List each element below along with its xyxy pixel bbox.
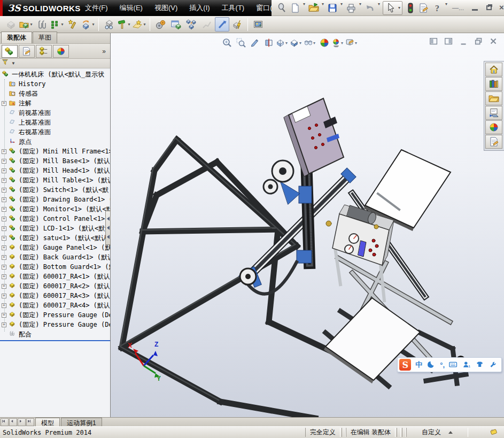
tree-item[interactable]: +(固定) Bottom Guard<1> (默 <box>0 262 110 272</box>
view-orientation-icon[interactable]: ▾ <box>276 36 290 50</box>
save-icon[interactable] <box>326 2 339 14</box>
minimize-button[interactable] <box>471 5 479 11</box>
pin-icon[interactable] <box>275 2 288 14</box>
expand-toggle[interactable]: + <box>2 226 6 231</box>
prev-page-button[interactable] <box>9 418 17 426</box>
panel-collapse-handle[interactable] <box>105 211 111 245</box>
restore-button[interactable] <box>485 5 493 11</box>
display-style-icon[interactable]: ▾ <box>290 36 304 50</box>
custom-properties-icon[interactable] <box>485 135 502 149</box>
last-page-button[interactable] <box>26 418 34 426</box>
file-properties-icon[interactable] <box>417 2 430 14</box>
expand-toggle[interactable]: + <box>2 303 6 308</box>
bill-of-materials-icon[interactable] <box>168 17 183 32</box>
apply-scene-icon[interactable]: ▾ <box>331 36 345 50</box>
instant3d-icon[interactable] <box>215 17 229 32</box>
tree-item[interactable]: +(固定) Drawing Board<1> ( <box>0 195 110 204</box>
rebuild-icon[interactable] <box>404 2 417 14</box>
close-button[interactable]: × <box>499 5 504 11</box>
menu-tools[interactable]: 工具(T) <box>216 0 251 16</box>
help-icon[interactable]: ? <box>431 2 444 14</box>
assembly-features-icon[interactable]: ▾ <box>117 17 131 32</box>
expand-toggle[interactable]: + <box>2 149 6 154</box>
tab-model[interactable]: 模型 <box>35 418 60 426</box>
mate-icon[interactable] <box>35 17 49 32</box>
select-icon[interactable] <box>384 2 397 14</box>
login-user-icon[interactable]: 1 <box>462 360 471 370</box>
menu-view[interactable]: 视图(V) <box>149 0 183 16</box>
command-tab-sketch[interactable]: 草图 <box>33 32 57 43</box>
take-snapshot-icon[interactable] <box>251 17 265 32</box>
tree-item[interactable]: +(固定) Pressure Gauge (Def <box>0 320 110 329</box>
tree-item[interactable]: +(固定) 600017_RA<2> (默认 <box>0 281 110 291</box>
expand-toggle[interactable]: + <box>2 313 6 318</box>
expand-toggle[interactable]: + <box>2 294 6 298</box>
tree-item[interactable]: 传感器 <box>0 89 110 98</box>
propertymanager-icon[interactable] <box>19 45 35 58</box>
expand-toggle[interactable]: + <box>2 207 6 212</box>
expand-toggle[interactable]: + <box>2 188 6 193</box>
tree-item[interactable]: +(固定) LCD-1<1> (默认<默认 <box>0 224 110 233</box>
large-assembly-mode-icon[interactable] <box>230 17 245 32</box>
sogou-logo-icon[interactable]: S <box>399 359 411 371</box>
tree-item[interactable]: +(固定) Mill Base<1> (默认 <box>0 156 110 166</box>
custom-status-area[interactable]: 自定义 <box>406 428 468 437</box>
featuremanager-icon[interactable] <box>2 45 18 58</box>
tree-item[interactable]: 配合 <box>0 329 110 339</box>
tree-root-assembly[interactable]: 一体机机床 (默认<默认_显示状 <box>0 70 110 79</box>
tree-item[interactable]: +(固定) Pressure Gauge (Def <box>0 310 110 320</box>
tree-item[interactable]: +(固定) Mini Mill Frame<1> <box>0 147 110 156</box>
tree-item[interactable]: 原点 <box>0 137 110 147</box>
configurationmanager-icon[interactable] <box>36 45 52 58</box>
resources-home-icon[interactable] <box>485 63 502 76</box>
tree-item[interactable]: +(固定) 600017_RA<4> (默认 <box>0 301 110 310</box>
expand-toggle[interactable]: + <box>2 255 6 260</box>
tab-motion-study-1[interactable]: 运动算例1 <box>61 418 102 426</box>
tree-item[interactable]: +(固定) Switch<1> (默认<默 <box>0 185 110 195</box>
punctuation-icon[interactable]: °, <box>440 361 445 369</box>
doc-restore-icon[interactable] <box>474 37 484 45</box>
soft-keyboard-icon[interactable] <box>449 360 458 370</box>
save-dropdown-arrow[interactable]: ▾ <box>339 2 344 14</box>
tree-item[interactable]: 前视基准面 <box>0 108 110 118</box>
new-motion-study-icon[interactable] <box>153 17 167 32</box>
move-component-icon[interactable]: ▾ <box>81 17 96 32</box>
tree-item[interactable]: +(固定) Mill Head<1> (默认 <box>0 166 110 175</box>
expand-toggle[interactable]: + <box>2 274 6 279</box>
zoom-to-fit-icon[interactable] <box>220 36 234 50</box>
show-hidden-components-icon[interactable] <box>102 17 116 32</box>
expand-chevron[interactable]: » <box>102 48 106 55</box>
undo-dropdown-arrow[interactable]: ▾ <box>376 2 382 14</box>
filter-icon[interactable] <box>2 58 10 69</box>
pane-left-icon[interactable] <box>429 37 439 45</box>
tree-item[interactable]: +(固定) satu<1> (默认<默认 <box>0 233 110 243</box>
tree-item[interactable]: +(固定) Control Panel<1> ( <box>0 214 110 224</box>
expand-toggle[interactable]: + <box>2 322 6 327</box>
expand-toggle[interactable]: + <box>2 159 6 164</box>
appearances-scenes-icon[interactable] <box>485 120 502 134</box>
filter-dropdown-arrow[interactable]: ▼ <box>11 61 15 66</box>
tag-icon[interactable] <box>490 427 499 438</box>
expand-toggle[interactable]: + <box>2 284 6 289</box>
expand-toggle[interactable]: + <box>2 217 6 221</box>
section-view-icon[interactable] <box>262 36 276 50</box>
half-moon-icon[interactable] <box>427 360 436 370</box>
tree-item[interactable]: 右视基准面 <box>0 127 110 137</box>
pane-right-icon[interactable] <box>444 37 454 45</box>
print-dropdown-arrow[interactable]: ▾ <box>358 2 363 14</box>
menu-file[interactable]: 文件(F) <box>79 0 114 16</box>
doc-minimize-icon[interactable] <box>459 37 469 45</box>
tree-item[interactable]: +(固定) Gauge Panel<1> (默 <box>0 243 110 252</box>
open-dropdown-arrow[interactable]: ▾ <box>320 2 325 14</box>
next-page-button[interactable] <box>18 418 26 426</box>
help-dropdown-arrow[interactable]: ▾ <box>444 2 449 14</box>
view-palette-icon[interactable] <box>485 106 502 120</box>
expand-toggle[interactable]: + <box>2 245 6 250</box>
open-icon[interactable] <box>307 2 320 14</box>
tree-item[interactable]: +A注解 <box>0 98 110 108</box>
insert-components-icon[interactable]: ▾ <box>19 17 34 32</box>
expand-toggle[interactable]: + <box>2 168 6 173</box>
select-dropdown-arrow[interactable]: ▾ <box>397 5 402 10</box>
graphics-viewport[interactable]: ▾▾▾▾▾ X Z Y S 中°,1 <box>111 33 504 417</box>
tree-item[interactable]: +(固定) Mill Table<1> (默认 <box>0 175 110 185</box>
